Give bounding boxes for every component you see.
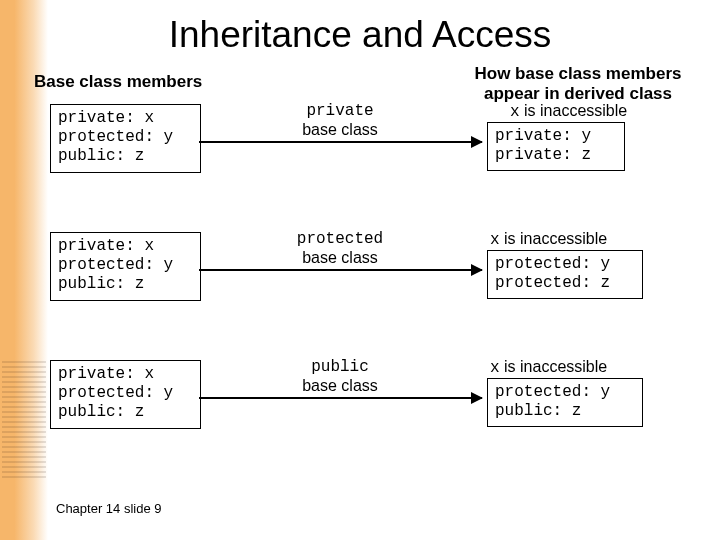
inaccessible-note: x is inaccessible <box>490 230 607 249</box>
arrow-icon <box>199 141 482 143</box>
inheritance-subtext: base class <box>240 377 440 395</box>
arrow-icon <box>199 397 482 399</box>
inheritance-subtext: base class <box>240 249 440 267</box>
inheritance-subtext: base class <box>240 121 440 139</box>
inaccessible-note: x is inaccessible <box>510 102 627 121</box>
inheritance-keyword: protected <box>240 231 440 249</box>
arrow-icon <box>199 269 482 271</box>
slide-title: Inheritance and Access <box>0 14 720 56</box>
slide-footer: Chapter 14 slide 9 <box>56 501 162 516</box>
arrow-label: protected base class <box>240 231 440 266</box>
inaccessible-var: x <box>510 103 520 121</box>
inheritance-keyword: private <box>240 103 440 121</box>
derived-members-box: protected: y public: z <box>487 378 643 427</box>
inheritance-keyword: public <box>240 359 440 377</box>
decor-glitch <box>2 358 46 478</box>
derived-members-box: protected: y protected: z <box>487 250 643 299</box>
inaccessible-text: is inaccessible <box>500 230 608 247</box>
base-members-box: private: x protected: y public: z <box>50 104 201 173</box>
subtitle-base-members: Base class members <box>34 72 202 92</box>
inaccessible-note: x is inaccessible <box>490 358 607 377</box>
inaccessible-var: x <box>490 359 500 377</box>
arrow-label: private base class <box>240 103 440 138</box>
derived-members-box: private: y private: z <box>487 122 625 171</box>
arrow-label: public base class <box>240 359 440 394</box>
subtitle-derived-members: How base class members appear in derived… <box>468 64 688 103</box>
inaccessible-text: is inaccessible <box>520 102 628 119</box>
base-members-box: private: x protected: y public: z <box>50 360 201 429</box>
inaccessible-text: is inaccessible <box>500 358 608 375</box>
inaccessible-var: x <box>490 231 500 249</box>
base-members-box: private: x protected: y public: z <box>50 232 201 301</box>
